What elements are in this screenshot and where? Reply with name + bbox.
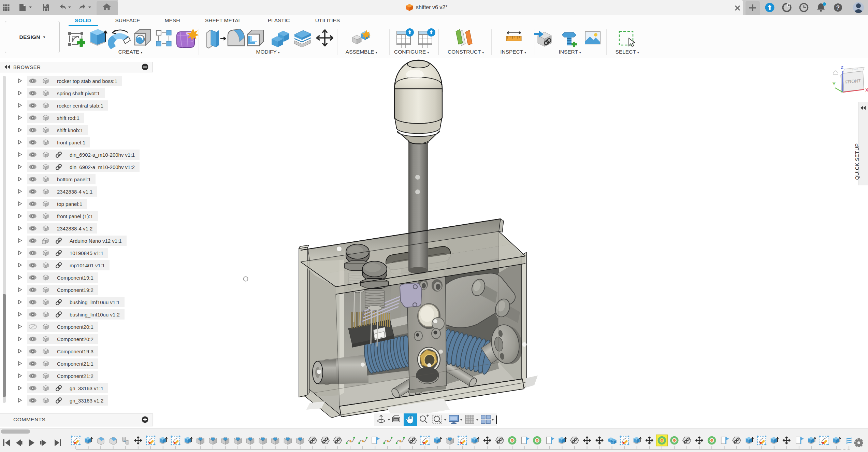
svg-text:X: X [865, 87, 868, 93]
svg-text:Z: Z [841, 65, 843, 70]
svg-text:Y: Y [833, 81, 836, 86]
svg-text:?: ? [836, 4, 840, 11]
